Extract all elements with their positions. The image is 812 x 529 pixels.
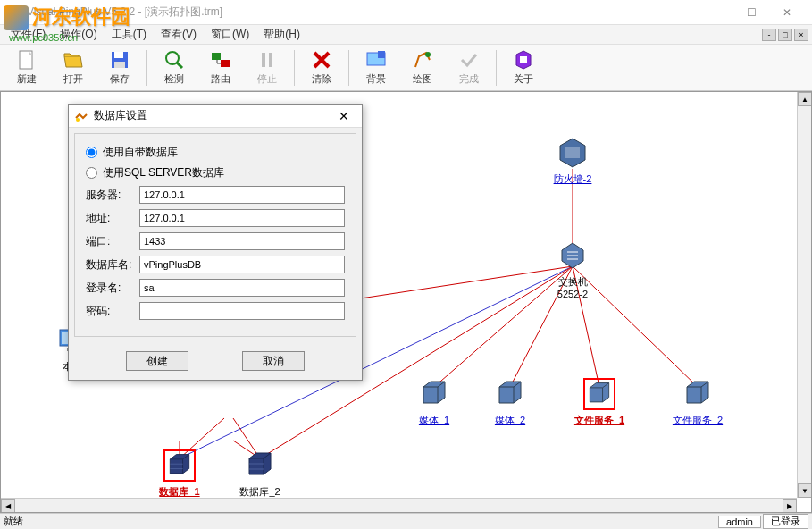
dialog-body: 使用自带数据库 使用SQL SERVER数据库 服务器: 地址: 端口: 数据库…	[74, 133, 356, 337]
menu-view[interactable]: 查看(V)	[154, 25, 204, 44]
vertical-scrollbar[interactable]: ▲ ▼	[797, 92, 811, 498]
password-input[interactable]	[139, 302, 345, 320]
toolbar-about[interactable]: 关于	[500, 46, 547, 89]
login-label: 登录名:	[86, 281, 139, 296]
node-media1[interactable]: 媒体_1	[407, 378, 461, 427]
dbname-input[interactable]	[139, 256, 345, 273]
menu-help[interactable]: 帮助(H)	[256, 25, 307, 44]
scroll-down-icon[interactable]: ▼	[798, 483, 812, 498]
svg-rect-6	[212, 53, 221, 60]
svg-rect-8	[262, 53, 265, 67]
window-title: Visual PingPlus V5.2.2 - [演示拓扑图.trm]	[27, 4, 698, 20]
menu-file[interactable]: 文件(F)	[4, 25, 53, 44]
route-icon	[210, 49, 231, 71]
svg-rect-7	[221, 60, 230, 67]
done-icon	[458, 49, 480, 71]
firewall-icon	[557, 137, 589, 169]
create-button[interactable]: 创建	[126, 351, 188, 371]
draw-icon	[412, 49, 433, 71]
status-user: admin	[718, 516, 761, 528]
titlebar: Visual PingPlus V5.2.2 - [演示拓扑图.trm] ─ ☐…	[0, 0, 812, 25]
mdi-minimize[interactable]: -	[762, 29, 776, 41]
login-input[interactable]	[139, 279, 345, 297]
toolbar-stop: 停止	[244, 46, 290, 89]
mdi-controls: - □ ×	[762, 29, 808, 41]
scroll-up-icon[interactable]: ▲	[798, 92, 812, 106]
clear-icon	[311, 49, 332, 71]
new-file-icon	[16, 49, 38, 71]
address-label: 地址:	[86, 211, 139, 226]
svg-rect-9	[269, 53, 272, 67]
radio-sqlserver-input[interactable]	[86, 167, 97, 179]
database-icon	[163, 449, 196, 482]
horizontal-scrollbar[interactable]: ◀ ▶	[1, 498, 797, 512]
toolbar-background[interactable]: 背景	[353, 46, 399, 89]
svg-point-12	[425, 52, 431, 57]
server-icon	[494, 378, 526, 410]
close-button[interactable]: ✕	[769, 1, 805, 24]
node-db1[interactable]: 数据库_1	[153, 449, 206, 499]
server-icon	[682, 378, 714, 410]
toolbar-clear[interactable]: 清除	[298, 46, 345, 89]
toolbar-detect[interactable]: 检测	[151, 46, 197, 89]
password-label: 密码:	[86, 304, 139, 319]
maximize-button[interactable]: ☐	[733, 1, 769, 24]
save-icon	[109, 49, 130, 71]
dialog-buttons: 创建 取消	[69, 342, 362, 380]
dialog-title: 数据库设置	[94, 108, 331, 123]
radio-builtin-input[interactable]	[86, 147, 97, 158]
scroll-right-icon[interactable]: ▶	[783, 499, 797, 513]
toolbar-new[interactable]: 新建	[4, 46, 50, 89]
node-media2[interactable]: 媒体_2	[483, 378, 537, 427]
statusbar: 就绪 admin 已登录	[0, 513, 812, 529]
cancel-button[interactable]: 取消	[242, 351, 305, 371]
menu-operation[interactable]: 操作(O)	[53, 25, 104, 44]
window-controls: ─ ☐ ✕	[698, 1, 805, 24]
toolbar-done: 完成	[446, 46, 492, 89]
toolbar-save[interactable]: 保存	[96, 46, 143, 89]
dbname-label: 数据库名:	[86, 257, 139, 273]
menu-window[interactable]: 窗口(W)	[204, 25, 256, 44]
radio-sqlserver-db[interactable]: 使用SQL SERVER数据库	[86, 165, 345, 181]
svg-line-5	[177, 63, 182, 68]
database-icon	[244, 449, 276, 482]
menu-tools[interactable]: 工具(T)	[105, 25, 154, 44]
mdi-restore[interactable]: □	[778, 29, 792, 41]
toolbar-route[interactable]: 路由	[197, 46, 244, 89]
svg-rect-2	[114, 52, 123, 58]
switch-icon	[557, 239, 589, 272]
node-fileserv2[interactable]: 文件服务_2	[671, 378, 724, 427]
open-icon	[63, 49, 84, 71]
minimize-button[interactable]: ─	[698, 1, 733, 24]
server-icon	[583, 378, 615, 410]
port-input[interactable]	[139, 232, 345, 250]
mdi-close[interactable]: ×	[794, 29, 808, 41]
svg-rect-11	[378, 51, 385, 58]
stop-icon	[256, 49, 278, 71]
svg-rect-13	[520, 56, 527, 63]
server-input[interactable]	[139, 186, 345, 204]
node-switch[interactable]: 交换机5252-2	[546, 239, 599, 299]
status-login: 已登录	[763, 514, 808, 529]
svg-rect-26	[565, 147, 580, 158]
radio-builtin-db[interactable]: 使用自带数据库	[86, 145, 345, 160]
node-fileserv1[interactable]: 文件服务_1	[573, 378, 626, 427]
dialog-titlebar[interactable]: 数据库设置 ✕	[69, 105, 362, 128]
svg-rect-3	[114, 62, 125, 68]
server-icon	[418, 378, 450, 410]
toolbar-open[interactable]: 打开	[50, 46, 96, 89]
about-icon	[513, 49, 534, 71]
app-icon	[7, 5, 21, 20]
server-label: 服务器:	[86, 188, 139, 203]
svg-point-4	[166, 52, 179, 64]
port-label: 端口:	[86, 234, 139, 249]
address-input[interactable]	[139, 209, 345, 227]
node-db2[interactable]: 数据库_2	[233, 449, 287, 499]
scroll-left-icon[interactable]: ◀	[1, 499, 15, 513]
toolbar-draw[interactable]: 绘图	[399, 46, 446, 89]
background-icon	[365, 49, 387, 71]
node-firewall[interactable]: 防火墙-2	[546, 137, 599, 186]
menubar: 文件(F) 操作(O) 工具(T) 查看(V) 窗口(W) 帮助(H) - □ …	[0, 25, 812, 45]
detect-icon	[163, 49, 185, 71]
dialog-close-button[interactable]: ✕	[331, 107, 356, 125]
